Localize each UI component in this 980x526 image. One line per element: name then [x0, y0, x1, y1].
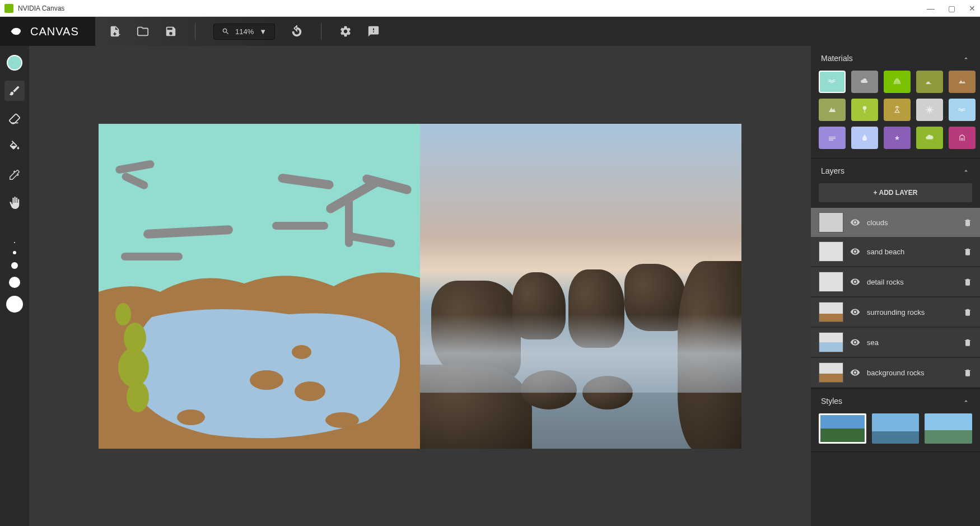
material-mountain[interactable]	[819, 99, 846, 121]
layer-row[interactable]: surrounding rocks	[811, 297, 980, 327]
top-toolbar: CANVAS + 114% ▼	[0, 17, 980, 46]
layers-list: cloudssand beachdetail rockssurrounding …	[811, 208, 980, 387]
divider	[321, 23, 321, 40]
material-grass[interactable]	[884, 71, 911, 93]
material-snow[interactable]	[916, 99, 943, 121]
layer-thumbnail	[819, 362, 843, 383]
app-icon	[4, 4, 13, 13]
material-tree[interactable]	[851, 99, 878, 121]
material-sand[interactable]	[884, 99, 911, 121]
style-thumb[interactable]	[872, 413, 920, 444]
delete-layer-icon[interactable]	[963, 308, 972, 316]
layer-row[interactable]: detail rocks	[811, 267, 980, 296]
layer-name: background rocks	[867, 369, 956, 377]
hill-icon	[924, 77, 935, 86]
visibility-toggle-icon[interactable]	[850, 337, 860, 347]
tool-strip	[0, 46, 29, 526]
chevron-up-icon	[962, 54, 970, 62]
tree-icon	[859, 105, 870, 114]
chevron-up-icon	[962, 397, 970, 405]
styles-title: Styles	[821, 397, 842, 406]
layer-name: detail rocks	[867, 278, 956, 286]
window-controls: — ▢ ✕	[927, 4, 976, 13]
material-dirt[interactable]	[949, 71, 976, 93]
tool-eyedropper[interactable]	[4, 165, 25, 185]
delete-layer-icon[interactable]	[963, 338, 972, 347]
close-button[interactable]: ✕	[969, 4, 976, 13]
layer-row[interactable]: background rocks	[811, 358, 980, 387]
layer-row[interactable]: sand beach	[811, 237, 980, 266]
delete-layer-icon[interactable]	[963, 218, 972, 227]
material-fog[interactable]	[819, 127, 846, 149]
chevron-up-icon	[962, 167, 970, 175]
nvidia-logo-icon	[9, 24, 25, 39]
layer-thumbnail	[819, 241, 843, 262]
layers-panel-header[interactable]: Layers	[811, 159, 980, 183]
layer-thumbnail	[819, 272, 843, 292]
brush-size-xl[interactable]	[6, 296, 23, 313]
minimize-button[interactable]: —	[927, 4, 935, 13]
divider	[195, 23, 195, 40]
material-stars[interactable]	[884, 127, 911, 149]
visibility-toggle-icon[interactable]	[850, 277, 860, 287]
material-building[interactable]	[949, 127, 976, 149]
style-thumb[interactable]	[819, 413, 866, 444]
material-bush[interactable]	[916, 127, 943, 149]
sketch-canvas[interactable]	[99, 124, 420, 449]
output-canvas	[420, 124, 741, 449]
feedback-button[interactable]	[367, 25, 380, 38]
tool-fill[interactable]	[4, 137, 25, 157]
brush-size-l[interactable]	[9, 277, 20, 288]
delete-layer-icon[interactable]	[963, 247, 972, 256]
open-file-button[interactable]	[137, 25, 149, 38]
waves-icon	[827, 77, 838, 86]
brush-size-xs[interactable]	[14, 242, 15, 243]
materials-panel-header[interactable]: Materials	[811, 46, 980, 71]
layer-thumbnail	[819, 302, 843, 322]
brand-name: CANVAS	[30, 25, 79, 38]
zoom-dropdown[interactable]: 114% ▼	[213, 24, 275, 40]
tool-swatch[interactable]	[4, 53, 25, 73]
mountain-icon	[827, 105, 838, 114]
delete-layer-icon[interactable]	[963, 368, 972, 377]
tool-pan[interactable]	[4, 193, 25, 213]
material-hill[interactable]	[916, 71, 943, 93]
zoom-value: 114%	[235, 27, 254, 36]
fog-icon	[827, 133, 838, 142]
materials-title: Materials	[821, 54, 853, 63]
styles-panel-header[interactable]: Styles	[811, 389, 980, 413]
bush-icon	[924, 133, 935, 142]
tool-eraser[interactable]	[4, 109, 25, 129]
chevron-down-icon: ▼	[259, 27, 267, 36]
layer-thumbnail	[819, 212, 843, 232]
canvas-area	[29, 46, 811, 526]
visibility-toggle-icon[interactable]	[850, 307, 860, 317]
tool-brush[interactable]	[4, 81, 25, 101]
visibility-toggle-icon[interactable]	[850, 246, 860, 257]
material-water[interactable]	[949, 99, 976, 121]
raindrop-icon	[859, 133, 870, 142]
brush-size-m[interactable]	[11, 262, 18, 269]
delete-layer-icon[interactable]	[963, 277, 972, 286]
grass-icon	[892, 77, 903, 86]
water-icon	[956, 105, 968, 114]
settings-button[interactable]	[339, 25, 352, 38]
save-file-button[interactable]	[165, 25, 177, 38]
layer-thumbnail	[819, 332, 843, 352]
material-sky[interactable]	[851, 127, 878, 149]
visibility-toggle-icon[interactable]	[850, 217, 860, 227]
layer-row[interactable]: clouds	[811, 208, 980, 237]
material-cloud[interactable]	[851, 71, 878, 93]
visibility-toggle-icon[interactable]	[850, 367, 860, 378]
material-sea[interactable]	[819, 71, 846, 93]
layer-row[interactable]: sea	[811, 328, 980, 357]
brush-size-s[interactable]	[13, 251, 16, 254]
undo-button[interactable]	[291, 25, 303, 38]
maximize-button[interactable]: ▢	[948, 4, 955, 13]
style-thumb[interactable]	[925, 413, 972, 444]
dirt-icon	[956, 77, 968, 86]
snow-icon	[924, 105, 935, 114]
new-file-button[interactable]: +	[109, 25, 121, 38]
add-layer-button[interactable]: + ADD LAYER	[819, 183, 972, 202]
stars-icon	[892, 133, 903, 142]
